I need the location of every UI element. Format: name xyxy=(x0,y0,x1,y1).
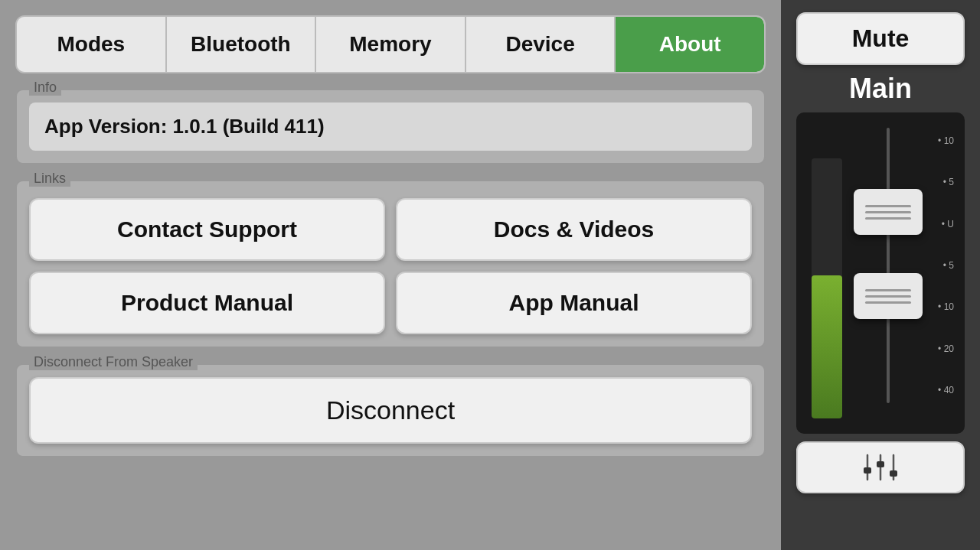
eq-icon xyxy=(861,454,900,481)
svg-rect-3 xyxy=(877,461,884,467)
links-grid: Contact Support Docs & Videos Product Ma… xyxy=(29,198,752,334)
mute-button[interactable]: Mute xyxy=(796,12,965,65)
fader-handle-bottom[interactable] xyxy=(854,273,923,319)
links-section-label: Links xyxy=(29,171,70,187)
main-label: Main xyxy=(849,73,912,105)
grip-line-5 xyxy=(865,295,911,298)
app-manual-button[interactable]: App Manual xyxy=(396,272,752,334)
grip-line-4 xyxy=(865,289,911,291)
fader-track xyxy=(850,128,926,403)
scale-10-bottom: • 10 xyxy=(938,301,954,312)
scale-10-top: • 10 xyxy=(938,135,954,146)
links-section: Links Contact Support Docs & Videos Prod… xyxy=(15,180,766,348)
fader-handle-top[interactable] xyxy=(854,189,923,235)
disconnect-section-label: Disconnect From Speaker xyxy=(29,354,198,370)
contact-support-button[interactable]: Contact Support xyxy=(29,198,385,261)
scale-5-bottom: • 5 xyxy=(938,260,954,271)
disconnect-button[interactable]: Disconnect xyxy=(29,377,752,444)
scale-5-top: • 5 xyxy=(938,177,954,187)
fader-line xyxy=(887,128,890,403)
eq-button[interactable] xyxy=(796,441,965,493)
disconnect-section: Disconnect From Speaker Disconnect xyxy=(15,363,766,457)
tab-memory[interactable]: Memory xyxy=(316,17,466,72)
svg-rect-5 xyxy=(890,470,897,477)
scale: • 10 • 5 • U • 5 • 10 • 20 • 40 xyxy=(938,135,954,395)
volume-bar xyxy=(812,158,842,418)
tab-bar: Modes Bluetooth Memory Device About xyxy=(15,15,766,73)
svg-rect-1 xyxy=(864,467,871,474)
tab-device[interactable]: Device xyxy=(466,17,616,72)
docs-videos-button[interactable]: Docs & Videos xyxy=(396,198,752,261)
grip-line-6 xyxy=(865,301,911,304)
left-panel: Modes Bluetooth Memory Device About Info… xyxy=(0,0,781,550)
grip-line-3 xyxy=(865,217,911,220)
grip-line-1 xyxy=(865,205,911,207)
scale-20: • 20 xyxy=(938,343,954,354)
tab-about[interactable]: About xyxy=(616,17,764,72)
scale-u: • U xyxy=(938,219,954,229)
volume-fill xyxy=(812,275,842,418)
right-panel: Mute Main • 10 • 5 • U • 5 • 10 • 20 • 4… xyxy=(781,0,980,550)
product-manual-button[interactable]: Product Manual xyxy=(29,272,385,334)
scale-40: • 40 xyxy=(938,385,954,395)
grip-line-2 xyxy=(865,211,911,213)
app-version-text: App Version: 1.0.1 (Build 411) xyxy=(29,103,752,151)
info-section-label: Info xyxy=(29,80,61,96)
tab-bluetooth[interactable]: Bluetooth xyxy=(167,17,317,72)
tab-modes[interactable]: Modes xyxy=(17,17,167,72)
fader-container: • 10 • 5 • U • 5 • 10 • 20 • 40 xyxy=(796,112,965,434)
info-section: Info App Version: 1.0.1 (Build 411) xyxy=(15,89,766,164)
